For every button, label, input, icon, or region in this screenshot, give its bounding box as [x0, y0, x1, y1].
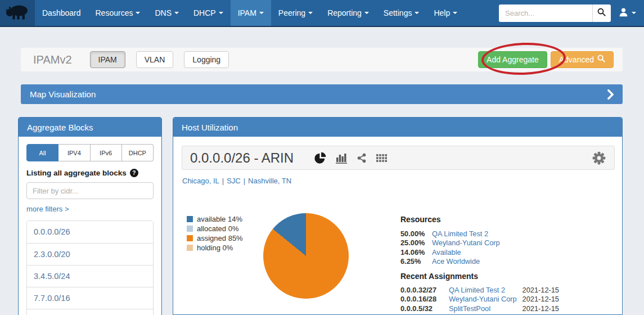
app-logo[interactable]	[0, 0, 35, 26]
block-subheader: 0.0.0.0/26 - ARIN	[182, 146, 615, 170]
filter-tab-ipv4[interactable]: IPV4	[58, 144, 90, 161]
aggregate-block-row[interactable]	[27, 309, 153, 315]
pie-chart	[263, 213, 349, 299]
assignment-date: 2021-12-15	[519, 286, 559, 295]
tab-vlan[interactable]: VLAN	[136, 51, 174, 68]
pie-legend: available 14% allocated 0% assigned 85% …	[187, 214, 243, 253]
legend-item: allocated 0%	[187, 224, 243, 233]
aggregate-block-row[interactable]: 2.3.0.0/20	[27, 243, 153, 265]
host-utilization-body: 0.0.0.0/26 - ARIN	[173, 137, 622, 315]
advanced-search-button[interactable]: Advanced	[551, 51, 614, 68]
caret-down-icon	[453, 12, 457, 14]
resource-percent: 14.06%	[400, 248, 432, 257]
nav-label: Peering	[278, 8, 305, 17]
legend-swatch	[187, 235, 193, 241]
legend-item: available 14%	[187, 214, 243, 224]
filter-tab-ipv6[interactable]: IPv6	[91, 144, 122, 161]
chevron-right-icon	[607, 89, 614, 100]
nav-label: Dashboard	[42, 8, 81, 17]
caret-down-icon	[136, 12, 140, 14]
cidr-filter-input[interactable]	[26, 182, 154, 199]
resource-row: 6.25%Ace Worldwide	[400, 257, 559, 266]
search-icon	[597, 55, 605, 65]
assignment-name: QA Limited Test 2	[449, 286, 519, 295]
resource-row: 14.06%Available	[400, 248, 559, 257]
assignment-name: SplitTestPool	[449, 304, 519, 313]
user-icon	[619, 7, 628, 19]
ip-filter-tabs: All IPV4 IPv6 DHCP	[26, 144, 154, 161]
aggregate-block-row[interactable]: 0.0.0.0/26	[27, 221, 153, 243]
host-utilization-title: Host Utilization	[182, 123, 238, 132]
assignment-date: 2021-12-15	[519, 295, 559, 304]
separator: |	[222, 177, 224, 185]
location-link[interactable]: Nashville, TN	[248, 177, 291, 185]
search-icon	[597, 8, 606, 19]
nav-item-settings[interactable]: Settings	[376, 0, 427, 26]
map-visualization-bar[interactable]: Map Visualization	[21, 84, 623, 104]
grid-icon[interactable]	[376, 154, 387, 162]
recent-assignments-section: Recent Assignments 0.0.0.32/27QA Limited…	[400, 272, 559, 315]
tab-logging[interactable]: Logging	[184, 51, 229, 68]
nav-label: Reporting	[327, 8, 362, 17]
user-menu[interactable]	[619, 7, 636, 19]
advanced-label: Advanced	[559, 55, 594, 65]
tab-ipam[interactable]: IPAM	[90, 51, 125, 68]
add-aggregate-button[interactable]: Add Aggregate	[478, 51, 547, 68]
resource-link[interactable]: Ace Worldwide	[432, 257, 480, 266]
resources-rows: 50.00%QA Limited Test 2 25.00%Weyland-Yu…	[400, 230, 559, 266]
nav-item-dns[interactable]: DNS	[147, 0, 186, 26]
gear-icon[interactable]	[592, 151, 606, 165]
nav-item-resources[interactable]: Resources	[88, 0, 148, 26]
legend-label: available 14%	[197, 215, 242, 223]
more-filters-link[interactable]: more filters >	[26, 205, 69, 213]
resource-link[interactable]: Weyland-Yutani Corp	[432, 238, 500, 248]
listing-label: Listing all aggregate blocks ?	[26, 169, 154, 177]
search-input[interactable]	[499, 4, 592, 22]
legend-label: allocated 0%	[197, 224, 238, 233]
nav-item-help[interactable]: Help	[426, 0, 465, 26]
aggregate-block-row[interactable]: 7.7.0.0/16	[27, 287, 153, 309]
global-search	[499, 4, 611, 22]
legend-item: holding 0%	[187, 243, 243, 253]
nav-label: IPAM	[238, 8, 256, 17]
search-button[interactable]	[592, 4, 611, 22]
aggregate-blocks-header: Aggregate Blocks	[19, 118, 161, 137]
nav-item-peering[interactable]: Peering	[271, 0, 320, 26]
location-link[interactable]: SJC	[227, 177, 241, 185]
aggregate-blocks-panel: Aggregate Blocks All IPV4 IPv6 DHCP List…	[18, 117, 162, 315]
nav-item-reporting[interactable]: Reporting	[320, 0, 376, 26]
nav-item-ipam[interactable]: IPAM	[231, 0, 271, 26]
caret-down-icon	[364, 12, 369, 14]
nav-label: DNS	[155, 8, 172, 17]
resources-section: Resources 50.00%QA Limited Test 2 25.00%…	[400, 215, 559, 266]
resource-percent: 50.00%	[400, 230, 432, 238]
main-nav: Dashboard Resources DNS DHCP IPAM Peerin…	[35, 0, 465, 26]
share-icon[interactable]	[357, 153, 367, 163]
assignment-link[interactable]: QA Limited Test 2	[449, 286, 505, 294]
assignment-link[interactable]: SplitTestPool	[449, 304, 490, 313]
resource-percent: 25.00%	[400, 238, 432, 248]
caret-down-icon	[632, 12, 636, 14]
help-icon[interactable]: ?	[130, 169, 138, 177]
listing-label-text: Listing all aggregate blocks	[26, 169, 127, 177]
view-tabs: IPAM VLAN Logging	[90, 51, 229, 68]
bar-chart-icon[interactable]	[336, 152, 347, 164]
page-header: IPAMv2 IPAM VLAN Logging Add Aggregate A…	[21, 48, 623, 71]
resource-link[interactable]: Available	[432, 248, 461, 257]
filter-tab-all[interactable]: All	[26, 144, 58, 161]
resource-link[interactable]: QA Limited Test 2	[432, 230, 488, 238]
pie-chart-icon[interactable]	[314, 152, 326, 164]
assignment-row: 0.0.0.5/32SplitTestPool2021-12-15	[400, 304, 559, 313]
nav-item-dashboard[interactable]: Dashboard	[35, 0, 88, 26]
top-navbar: Dashboard Resources DNS DHCP IPAM Peerin…	[0, 0, 644, 27]
aggregate-block-row[interactable]: 3.4.5.0/24	[27, 265, 153, 287]
location-link[interactable]: Chicago, IL	[182, 177, 219, 185]
filter-tab-dhcp[interactable]: DHCP	[122, 144, 154, 161]
aggregate-blocks-title: Aggregate Blocks	[27, 123, 93, 132]
block-title: 0.0.0.0/26 - ARIN	[190, 150, 294, 166]
assignment-name: Weyland-Yutani Corp	[449, 295, 519, 304]
nav-item-dhcp[interactable]: DHCP	[186, 0, 231, 26]
assignment-link[interactable]: Weyland-Yutani Corp	[449, 295, 517, 303]
caret-down-icon	[415, 12, 419, 14]
resources-heading: Resources	[400, 215, 559, 224]
